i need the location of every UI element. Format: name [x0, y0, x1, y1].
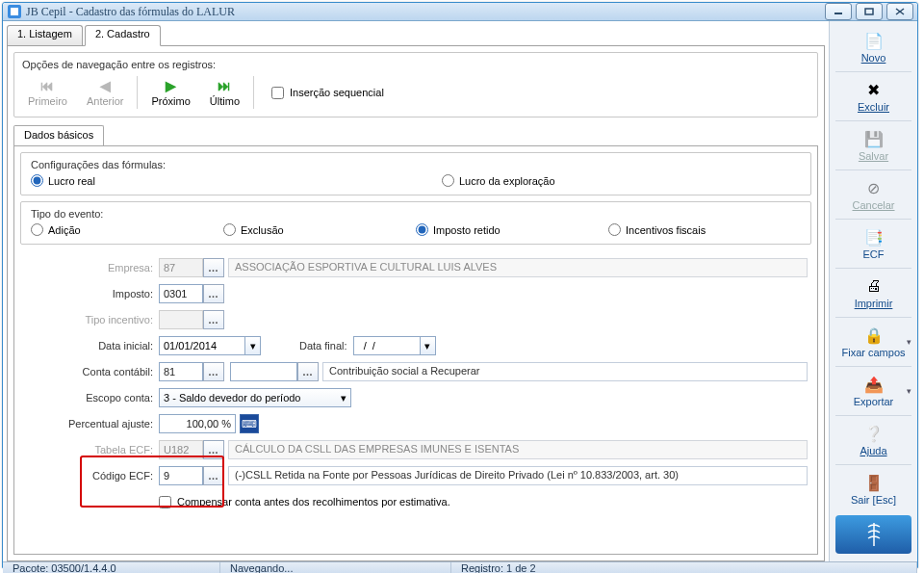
- side-excluir-button[interactable]: ✖Excluir: [832, 74, 915, 118]
- window-title: JB Cepil - Cadastro das fórmulas do LALU…: [26, 5, 825, 19]
- conta-contabil-label: Conta contábil:: [24, 366, 159, 378]
- tab-panel: Opções de navegação entre os registros: …: [7, 45, 825, 561]
- data-inicial-label: Data inicial:: [24, 340, 159, 352]
- app-window: JB Cepil - Cadastro das fórmulas do LALU…: [2, 2, 918, 568]
- imposto-input[interactable]: [159, 284, 203, 303]
- side-imprimir-button[interactable]: 🖨Imprimir: [832, 271, 915, 315]
- conta-contabil-lookup[interactable]: …: [203, 362, 224, 381]
- ellipsis-icon: …: [208, 289, 219, 299]
- tab-cadastro[interactable]: 2. Cadastro: [85, 25, 161, 46]
- next-icon: ▶: [166, 78, 176, 93]
- radio-lucro-real[interactable]: Lucro real: [31, 174, 95, 187]
- subtab-panel: Configurações das fórmulas: Lucro real L…: [13, 145, 818, 555]
- imposto-lookup[interactable]: …: [203, 284, 224, 303]
- codigo-ecf-desc: (-)CSLL Retida na Fonte por Pessoas Jurí…: [228, 466, 808, 485]
- chevron-down-icon: ▾: [250, 340, 256, 352]
- conta-contabil-extra-lookup[interactable]: …: [297, 362, 319, 381]
- nav-divider-2: [253, 76, 254, 109]
- nav-last-button[interactable]: ⏭Último: [204, 76, 245, 109]
- radio-incentivos-fiscais[interactable]: Incentivos fiscais: [608, 223, 706, 236]
- calculator-button[interactable]: ⌨: [240, 414, 259, 433]
- chevron-down-icon: ▾: [907, 386, 911, 396]
- side-ecf-button[interactable]: 📑ECF: [832, 221, 915, 266]
- side-logo-button[interactable]: [835, 515, 911, 554]
- subtab-dados-basicos[interactable]: Dados básicos: [13, 125, 104, 146]
- tabela-ecf-desc: CÁLCULO DA CSLL DAS EMPRESAS IMUNES E IS…: [228, 440, 808, 459]
- conta-contabil-input[interactable]: [159, 362, 203, 381]
- data-inicial-dropdown[interactable]: ▾: [245, 336, 261, 355]
- data-final-dropdown[interactable]: ▾: [421, 336, 436, 355]
- ellipsis-icon: …: [208, 471, 219, 481]
- svg-rect-3: [865, 9, 873, 14]
- save-icon: 💾: [862, 127, 886, 150]
- data-inicial-input[interactable]: [159, 336, 245, 355]
- radio-imposto-retido[interactable]: Imposto retido: [416, 223, 608, 236]
- nav-group: Opções de navegação entre os registros: …: [13, 52, 818, 117]
- side-sair-button[interactable]: 🚪Sair [Esc]: [832, 467, 915, 511]
- export-icon: 📤: [862, 373, 886, 396]
- empresa-desc: ASSOCIAÇÃO ESPORTIVA E CULTURAL LUIS ALV…: [228, 258, 808, 277]
- escopo-value: 3 - Saldo devedor do período: [164, 392, 341, 404]
- status-pacote: Pacote: 03500/1.4.4.0: [3, 562, 220, 573]
- ellipsis-icon: …: [302, 367, 314, 377]
- tabela-ecf-lookup[interactable]: …: [203, 440, 224, 459]
- radio-lucro-exploracao[interactable]: Lucro da exploração: [442, 174, 555, 187]
- ellipsis-icon: …: [208, 263, 219, 273]
- conta-contabil-extra-input[interactable]: [230, 362, 297, 381]
- app-icon: [7, 4, 22, 19]
- empresa-lookup[interactable]: …: [203, 258, 224, 277]
- tipo-incentivo-input: [159, 310, 203, 329]
- chevron-down-icon: ▾: [907, 337, 911, 347]
- side-cancelar-button[interactable]: ⊘Cancelar: [832, 172, 915, 217]
- side-salvar-button[interactable]: 💾Salvar: [832, 123, 915, 168]
- nav-divider: [137, 76, 138, 109]
- side-fixar-button[interactable]: 🔒Fixar campos▾: [832, 320, 915, 364]
- tabela-ecf-input: [159, 440, 203, 459]
- radio-exclusao[interactable]: Exclusão: [223, 223, 416, 236]
- radio-adicao[interactable]: Adição: [31, 223, 223, 236]
- side-ajuda-button[interactable]: ❔Ajuda: [832, 418, 915, 462]
- tabela-ecf-label: Tabela ECF:: [24, 444, 159, 456]
- codigo-ecf-label: Código ECF:: [24, 470, 159, 482]
- escopo-conta-combo[interactable]: 3 - Saldo devedor do período ▾: [159, 388, 351, 407]
- percentual-ajuste-label: Percentual ajuste:: [24, 418, 159, 430]
- nav-prev-button[interactable]: ◀Anterior: [81, 76, 130, 109]
- close-button[interactable]: [886, 3, 913, 20]
- codigo-ecf-input[interactable]: [159, 466, 203, 485]
- nav-first-button[interactable]: ⏮Primeiro: [22, 76, 73, 109]
- ellipsis-icon: …: [208, 315, 219, 325]
- tab-listagem[interactable]: 1. Listagem: [7, 25, 83, 46]
- nav-next-button[interactable]: ▶Próximo: [145, 76, 195, 109]
- imposto-label: Imposto:: [24, 288, 159, 300]
- first-icon: ⏮: [40, 78, 54, 93]
- side-exportar-button[interactable]: 📤Exportar▾: [832, 369, 915, 413]
- help-icon: ❔: [862, 422, 886, 445]
- seq-checkbox[interactable]: [271, 87, 284, 99]
- conta-contabil-desc: Contribuição social a Recuperar: [322, 362, 808, 381]
- compensar-label: Compensar conta antes dos recolhimentos …: [177, 496, 450, 508]
- ecf-icon: 📑: [862, 225, 886, 248]
- insercao-sequencial-check[interactable]: Inserção sequencial: [271, 87, 384, 99]
- sidebar: 📄Novo ✖Excluir 💾Salvar ⊘Cancelar 📑ECF 🖨I…: [829, 21, 917, 561]
- titlebar: JB Cepil - Cadastro das fórmulas do LALU…: [3, 3, 917, 21]
- data-final-label: Data final:: [299, 340, 353, 352]
- minimize-button[interactable]: [825, 3, 852, 20]
- codigo-ecf-lookup[interactable]: …: [203, 466, 224, 485]
- config-formulas-group: Configurações das fórmulas: Lucro real L…: [20, 152, 811, 195]
- data-final-input[interactable]: [353, 336, 421, 355]
- percentual-ajuste-input[interactable]: [159, 414, 236, 433]
- cancel-icon: ⊘: [862, 176, 886, 199]
- last-icon: ⏭: [218, 78, 231, 93]
- tipo-incentivo-label: Tipo incentivo:: [24, 314, 159, 326]
- tipo-incentivo-lookup[interactable]: …: [203, 310, 224, 329]
- status-registro: Registro: 1 de 2: [451, 562, 917, 573]
- side-novo-button[interactable]: 📄Novo: [832, 25, 915, 69]
- svg-rect-1: [11, 8, 18, 15]
- maximize-button[interactable]: [856, 3, 883, 20]
- status-bar: Pacote: 03500/1.4.4.0 Navegando... Regis…: [3, 561, 917, 573]
- tipo-label: Tipo do evento:: [31, 208, 801, 220]
- delete-icon: ✖: [862, 78, 886, 101]
- tipo-evento-group: Tipo do evento: Adição Exclusão Imposto …: [20, 201, 811, 245]
- escopo-conta-label: Escopo conta:: [24, 392, 159, 404]
- compensar-checkbox[interactable]: [159, 496, 171, 508]
